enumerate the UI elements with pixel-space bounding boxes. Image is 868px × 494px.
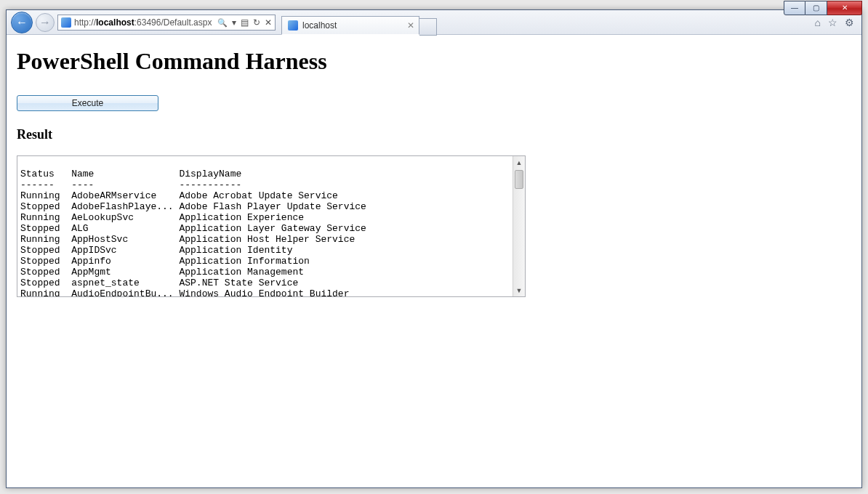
address-controls: ▾ ▤ ↻ ✕ (217, 17, 272, 28)
arrow-right-icon: → (39, 16, 51, 29)
address-dropdown-icon[interactable]: ▾ (232, 17, 236, 28)
ie-favicon-icon (61, 17, 71, 28)
maximize-button[interactable]: ▢ (805, 1, 827, 15)
new-tab-button[interactable] (419, 18, 437, 36)
scroll-thumb[interactable] (515, 170, 523, 189)
stop-icon[interactable]: ✕ (265, 17, 272, 28)
home-icon[interactable]: ⌂ (815, 17, 821, 28)
result-heading: Result (17, 127, 851, 142)
url-host: localhost (96, 17, 134, 28)
scroll-up-icon[interactable]: ▲ (513, 156, 525, 169)
address-bar[interactable]: http://localhost:63496/Default.aspx ▾ ▤ … (57, 15, 276, 31)
refresh-icon[interactable]: ↻ (253, 17, 260, 28)
tab-title: localhost (302, 20, 337, 31)
maximize-icon: ▢ (813, 4, 819, 12)
scroll-down-icon[interactable]: ▼ (513, 284, 525, 296)
tab-close-icon[interactable]: ✕ (407, 20, 414, 31)
minimize-button[interactable]: ― (784, 1, 805, 15)
compat-view-icon[interactable]: ▤ (241, 17, 249, 28)
arrow-left-icon: ← (16, 16, 28, 29)
close-icon: ✕ (842, 4, 848, 12)
url-text: http://localhost:63496/Default.aspx (74, 17, 214, 28)
ie-favicon-icon (288, 20, 298, 31)
search-icon[interactable] (217, 17, 228, 28)
favorites-icon[interactable]: ☆ (828, 17, 837, 28)
url-path: :63496/Default.aspx (134, 17, 212, 28)
result-textarea[interactable] (17, 156, 513, 296)
ie-window: ― ▢ ✕ ← → http://localhost:63496/Default… (6, 9, 862, 488)
page-title: PowerShell Command Harness (17, 48, 851, 75)
forward-button[interactable]: → (36, 13, 55, 32)
scrollbar[interactable]: ▲ ▼ (513, 156, 525, 296)
tab-strip: localhost ✕ (281, 10, 812, 34)
window-caption-buttons: ― ▢ ✕ (784, 1, 862, 15)
execute-button[interactable]: Execute (17, 95, 158, 111)
toolbar-right: ⌂ ☆ ⚙ (815, 17, 857, 28)
url-scheme: http:// (74, 17, 96, 28)
back-button[interactable]: ← (11, 12, 33, 33)
tab-localhost[interactable]: localhost ✕ (281, 16, 419, 35)
minimize-icon: ― (791, 4, 798, 12)
close-button[interactable]: ✕ (827, 1, 862, 15)
browser-toolbar: ← → http://localhost:63496/Default.aspx … (7, 10, 861, 35)
result-textarea-wrapper: ▲ ▼ (17, 155, 526, 297)
scroll-track[interactable] (513, 190, 525, 284)
page-body: PowerShell Command Harness Execute Resul… (7, 35, 861, 487)
tools-icon[interactable]: ⚙ (845, 17, 854, 28)
